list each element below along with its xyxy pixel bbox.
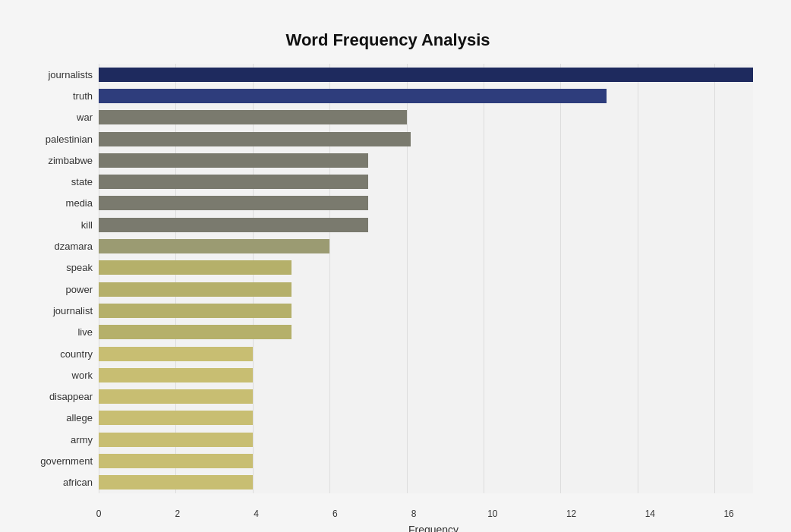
bar <box>99 368 253 382</box>
y-label: speak <box>66 258 93 278</box>
bar <box>99 239 329 253</box>
x-tick-label: 0 <box>96 508 102 519</box>
bar-row <box>99 65 753 84</box>
y-label: war <box>77 108 93 127</box>
grid-line <box>253 64 254 493</box>
bar <box>99 153 368 168</box>
y-label: kill <box>81 215 93 235</box>
bar <box>99 411 253 425</box>
grid-line <box>484 64 484 493</box>
grid-line <box>560 64 561 493</box>
bar-row <box>99 344 753 364</box>
bar-row <box>99 301 753 320</box>
grid-line <box>329 64 330 493</box>
bar-row <box>99 323 753 342</box>
bar <box>99 454 253 468</box>
bar-row <box>99 150 753 170</box>
bar <box>99 433 253 447</box>
x-tick-label: 12 <box>566 508 576 519</box>
bar-row <box>99 365 753 385</box>
bar <box>99 347 253 361</box>
y-label: state <box>71 172 93 192</box>
bar-row <box>99 194 753 213</box>
bar <box>99 475 253 490</box>
x-tick-label: 14 <box>645 508 655 519</box>
bar <box>99 304 292 318</box>
bar <box>99 282 292 297</box>
grid-line <box>175 64 176 493</box>
bar-row <box>99 451 753 471</box>
bar <box>99 196 368 210</box>
y-label: journalists <box>48 65 93 84</box>
y-label: power <box>66 279 93 299</box>
bar-row <box>99 108 753 127</box>
bar <box>99 68 753 82</box>
x-axis: 0246810121416 Frequency <box>99 505 768 532</box>
bar <box>99 325 292 339</box>
y-label: palestinian <box>46 129 93 149</box>
y-label: government <box>40 451 93 471</box>
y-label: truth <box>73 86 93 105</box>
y-label: army <box>71 430 93 449</box>
grid-line <box>99 64 99 493</box>
x-tick-label: 6 <box>332 508 338 519</box>
grid-line <box>714 64 715 493</box>
bar <box>99 175 368 189</box>
chart-title: Word Frequency Analysis <box>23 30 753 50</box>
bar <box>99 389 253 404</box>
grid-line <box>638 64 638 493</box>
x-tick-label: 16 <box>723 508 733 519</box>
chart-container: Word Frequency Analysis journaliststruth… <box>15 15 776 532</box>
bar-row <box>99 473 753 493</box>
x-tick-label: 10 <box>487 508 497 519</box>
grid-line <box>407 64 408 493</box>
y-label: allege <box>66 408 93 428</box>
plot-area <box>99 64 753 493</box>
bar <box>99 218 368 232</box>
bar-row <box>99 279 753 299</box>
bar-row <box>99 237 753 257</box>
bar-row <box>99 172 753 192</box>
x-tick-label: 8 <box>411 508 417 519</box>
x-tick-label: 4 <box>254 508 259 519</box>
bar-row <box>99 387 753 407</box>
x-axis-label: Frequency <box>99 524 768 532</box>
y-label: zimbabwe <box>48 150 93 170</box>
bar <box>99 260 292 275</box>
y-label: journalist <box>53 301 93 320</box>
x-tick-label: 2 <box>175 508 180 519</box>
bar-row <box>99 215 753 235</box>
y-label: disappear <box>49 387 93 407</box>
bar <box>99 132 411 146</box>
y-axis: journaliststruthwarpalestinianzimbabwest… <box>23 64 99 493</box>
bar-row <box>99 86 753 105</box>
bar-row <box>99 408 753 428</box>
y-label: live <box>77 323 93 342</box>
y-label: country <box>60 344 93 364</box>
y-label: work <box>72 365 93 385</box>
bar-row <box>99 129 753 149</box>
bar <box>99 110 407 124</box>
y-label: media <box>66 194 93 213</box>
y-label: african <box>63 473 93 493</box>
bar <box>99 89 607 103</box>
bar-row <box>99 430 753 449</box>
bar-row <box>99 258 753 278</box>
y-label: dzamara <box>54 237 93 257</box>
